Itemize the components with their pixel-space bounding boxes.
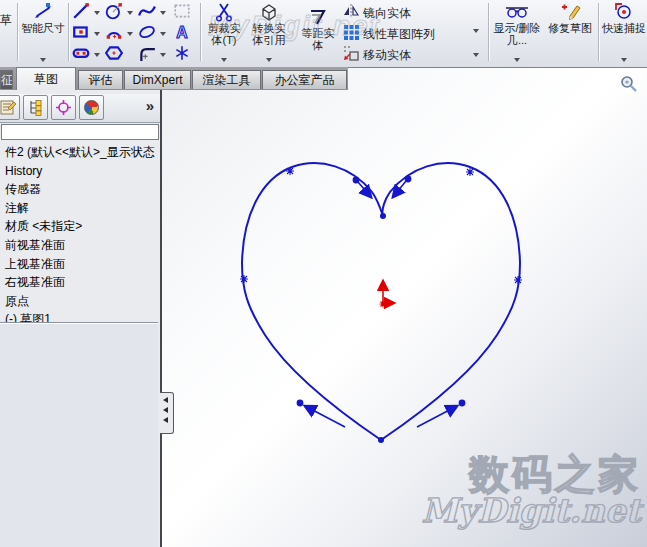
offset-entities-icon [298, 7, 338, 27]
panel-collapse-handle[interactable] [160, 392, 174, 434]
polygon-tool-button[interactable] [105, 44, 125, 64]
sketch-origin [380, 281, 395, 308]
sketch-fillet-caret[interactable] [159, 44, 167, 64]
tree-item-annotations[interactable]: 注解 [0, 199, 158, 218]
graphics-area[interactable]: 数码之家 MyDigit.net [162, 67, 647, 547]
svg-text:A: A [176, 24, 187, 41]
display-delete-relations-button[interactable]: 显示/删除几... [492, 1, 542, 65]
spline-tool-caret[interactable] [159, 2, 167, 22]
quick-snaps-caret[interactable] [621, 58, 627, 62]
circle-tool-button[interactable] [105, 2, 125, 22]
text-tool-button[interactable]: A [173, 23, 193, 43]
toolbar-separator [68, 3, 70, 61]
tree-item-origin[interactable]: 原点 [0, 292, 158, 311]
toolbar-separator [488, 3, 490, 61]
toolbar-separator [598, 3, 600, 61]
sketch-picture-icon [173, 2, 191, 20]
arc-icon [105, 23, 123, 41]
display-delete-caret[interactable] [514, 58, 520, 62]
panel-tab-bar: » [0, 94, 160, 123]
ellipse-tool-caret[interactable] [159, 23, 167, 43]
convert-entities-caret[interactable] [266, 58, 272, 62]
trim-entities-caret[interactable] [221, 58, 227, 62]
line-tool-caret[interactable] [93, 2, 101, 22]
spline-point-markers[interactable] [240, 167, 522, 284]
circle-icon [105, 2, 123, 20]
configuration-manager-icon [55, 99, 72, 116]
collapse-arrow-icon [163, 407, 168, 413]
tree-item-material[interactable]: 材质 <未指定> [0, 217, 158, 236]
quick-snaps-icon [602, 2, 646, 22]
quick-snaps-button[interactable]: 快速捕捉 [602, 1, 646, 65]
spline-endpoint-bottom[interactable] [378, 437, 384, 443]
solidworks-window: MyDigit.net 草 智能尺寸 [0, 0, 647, 547]
tree-item-top-plane[interactable]: 上视基准面 [0, 255, 158, 274]
slot-icon [72, 44, 90, 62]
tree-item-part[interactable]: 件2 (默认<<默认>_显示状态 [0, 143, 158, 162]
mirror-entities-button[interactable]: 镜向实体 [341, 2, 473, 22]
sketch-fillet-icon [138, 44, 156, 62]
point-tool-button[interactable] [173, 44, 193, 64]
tree-item-front-plane[interactable]: 前视基准面 [0, 236, 158, 255]
convert-entities-button[interactable]: 转换实体引用 [248, 1, 290, 65]
tab-dimxpert[interactable]: DimXpert [124, 70, 191, 89]
feature-manager-panel: » 件2 (默认<<默认>_显示状态 History 传感器 注解 材质 <未指… [0, 90, 162, 547]
tree-item-sensors[interactable]: 传感器 [0, 180, 158, 199]
rectangle-tool-button[interactable] [72, 23, 92, 43]
tab-features-partial[interactable]: 征 [0, 70, 13, 89]
tab-sketch[interactable]: 草图 [16, 67, 76, 90]
trim-entities-icon [204, 2, 244, 22]
sketch-fillet-button[interactable] [138, 44, 158, 64]
magnifier-icon[interactable] [620, 75, 638, 93]
offset-entities-button[interactable]: 等距实体 [298, 6, 338, 70]
tree-item-history[interactable]: History [0, 162, 158, 181]
collapse-arrow-icon [163, 397, 168, 403]
line-tool-button[interactable] [72, 2, 92, 22]
rectangle-tool-caret[interactable] [93, 23, 101, 43]
ellipse-icon [138, 23, 156, 41]
smart-dimension-button[interactable]: 智能尺寸 [20, 1, 66, 65]
linear-sketch-pattern-button[interactable]: 线性草图阵列 [341, 23, 473, 43]
tab-evaluate[interactable]: 评估 [78, 70, 123, 89]
tree-filter-input[interactable] [1, 124, 159, 140]
collapse-arrow-icon [163, 417, 168, 423]
property-manager-tab[interactable] [23, 95, 48, 120]
display-delete-relations-icon [492, 2, 542, 22]
move-entities-icon [343, 45, 359, 61]
rectangle-icon [72, 23, 90, 41]
polygon-icon [105, 44, 123, 62]
slot-tool-caret[interactable] [93, 44, 101, 64]
repair-sketch-button[interactable]: 修复草图 [546, 1, 594, 65]
linear-sketch-pattern-icon [343, 24, 359, 40]
display-manager-tab[interactable] [79, 95, 104, 120]
feature-tree: 件2 (默认<<默认>_显示状态 History 传感器 注解 材质 <未指定>… [0, 143, 158, 329]
feature-manager-tab[interactable] [0, 95, 20, 120]
move-entities-button[interactable]: 移动实体 [341, 44, 473, 64]
move-flyout-caret[interactable] [472, 44, 480, 64]
tab-office-products[interactable]: 办公室产品 [262, 70, 347, 89]
sketch-picture-button[interactable] [173, 2, 193, 22]
toolbar-separator [17, 3, 19, 61]
pattern-flyout-caret[interactable] [472, 20, 480, 40]
spline-endpoint-top[interactable] [380, 213, 386, 219]
line-icon [72, 2, 90, 20]
smart-dimension-caret[interactable] [40, 58, 46, 62]
slot-tool-button[interactable] [72, 44, 92, 64]
panel-lower-pane [0, 324, 158, 547]
panel-overflow-chevron[interactable]: » [146, 97, 154, 114]
tab-render-tools[interactable]: 渲染工具 [192, 70, 261, 89]
display-manager-icon [83, 99, 100, 116]
feature-manager-icon [0, 99, 16, 116]
smart-dimension-icon [20, 2, 66, 22]
arc-tool-caret[interactable] [126, 23, 134, 43]
circle-tool-caret[interactable] [126, 2, 134, 22]
property-manager-icon [27, 99, 44, 116]
sketch-button-partial[interactable]: 草 [0, 1, 16, 65]
spline-tool-button[interactable] [138, 2, 158, 22]
trim-entities-button[interactable]: 剪裁实体(T) [204, 1, 244, 65]
heart-sketch[interactable] [162, 67, 647, 547]
ellipse-tool-button[interactable] [138, 23, 158, 43]
arc-tool-button[interactable] [105, 23, 125, 43]
configuration-manager-tab[interactable] [51, 95, 76, 120]
tree-item-right-plane[interactable]: 右视基准面 [0, 273, 158, 292]
